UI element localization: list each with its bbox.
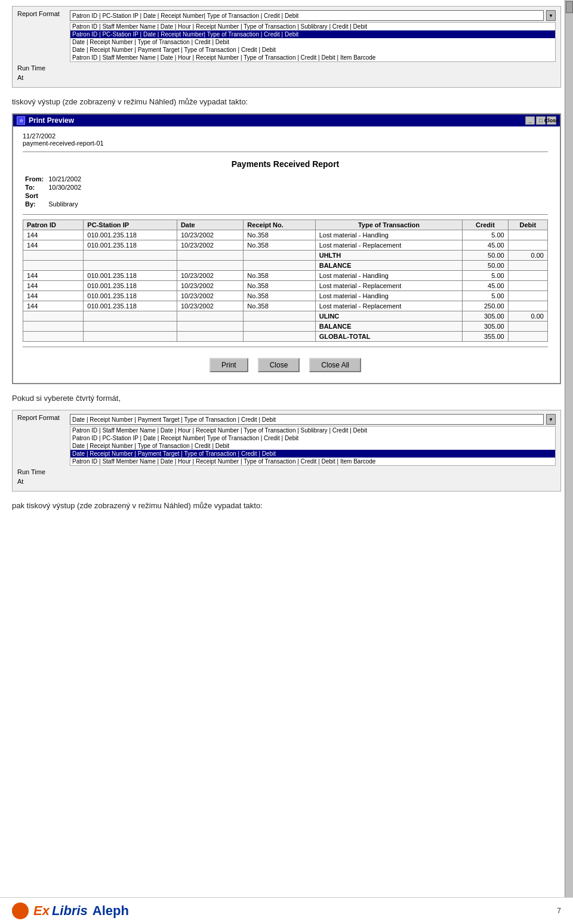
table-cell bbox=[244, 311, 315, 322]
table-cell bbox=[508, 281, 547, 291]
close-all-button[interactable]: Close All bbox=[309, 358, 361, 372]
table-cell: No.358 bbox=[244, 291, 315, 301]
table-cell: 5.00 bbox=[463, 291, 508, 301]
sort-row: Sort bbox=[23, 191, 84, 200]
close-window-button[interactable]: Close bbox=[547, 116, 556, 125]
preview-buttons: Print Close Close All bbox=[23, 352, 548, 377]
table-cell: Lost material - Handling bbox=[315, 291, 463, 301]
footer: ExLibris Aleph 7 bbox=[0, 897, 573, 924]
top-report-format-section: Report Format Patron ID | PC-Station IP … bbox=[12, 6, 561, 88]
bottom-option-row-2[interactable]: Patron ID | PC-Station IP | Date | Recei… bbox=[70, 434, 555, 442]
titlebar-left: ☆ Print Preview bbox=[17, 116, 74, 125]
option-row-3[interactable]: Date | Receipt Number | Type of Transact… bbox=[70, 38, 555, 46]
table-cell: No.358 bbox=[244, 240, 315, 251]
table-cell bbox=[177, 322, 243, 332]
table-cell: Lost material - Replacement bbox=[315, 281, 463, 291]
report-meta: 11/27/2002 payment-received-report-01 bbox=[23, 132, 548, 147]
bottom-option-row-1[interactable]: Patron ID | Staff Member Name | Date | H… bbox=[70, 427, 555, 434]
bottom-option-row-4[interactable]: Date | Receipt Number | Payment Target |… bbox=[70, 450, 555, 458]
table-cell: 010.001.235.118 bbox=[84, 281, 177, 291]
report-title: Payments Received Report bbox=[23, 159, 548, 169]
report-format-dropdown-container[interactable]: Patron ID | PC-Station IP | Date | Recei… bbox=[70, 10, 556, 21]
table-cell: 10/23/2002 bbox=[177, 291, 243, 301]
table-body: 144010.001.235.11810/23/2002No.358Lost m… bbox=[23, 230, 548, 342]
table-cell: Lost material - Replacement bbox=[315, 301, 463, 311]
table-cell: Lost material - Replacement bbox=[315, 240, 463, 251]
print-preview-window: ☆ Print Preview _ □ Close 11/27/2002 pay… bbox=[12, 113, 561, 384]
table-row: 144010.001.235.11810/23/2002No.358Lost m… bbox=[23, 271, 548, 281]
report-format-options-list: Patron ID | Staff Member Name | Date | H… bbox=[70, 22, 556, 62]
table-cell: 355.00 bbox=[463, 332, 508, 342]
divider-top bbox=[23, 152, 548, 152]
table-row: ULINC305.000.00 bbox=[23, 311, 548, 322]
print-preview-window-icon: ☆ bbox=[17, 116, 25, 125]
bottom-at-label: At bbox=[17, 478, 65, 485]
bottom-option-row-5[interactable]: Patron ID | Staff Member Name | Date | H… bbox=[70, 458, 555, 465]
table-cell: 010.001.235.118 bbox=[84, 271, 177, 281]
minimize-button[interactable]: _ bbox=[525, 116, 535, 125]
by-label: By: bbox=[23, 200, 46, 208]
run-time-row: Run Time bbox=[17, 64, 556, 72]
report-format-label: Report Format bbox=[17, 10, 65, 17]
logo-icon bbox=[12, 903, 29, 919]
col-patron-id: Patron ID bbox=[23, 220, 84, 230]
to-value: 10/30/2002 bbox=[46, 183, 84, 191]
table-cell bbox=[23, 311, 84, 322]
option-row-5[interactable]: Patron ID | Staff Member Name | Date | H… bbox=[70, 54, 555, 61]
table-cell: Lost material - Handling bbox=[315, 230, 463, 240]
table-row: 144010.001.235.11810/23/2002No.358Lost m… bbox=[23, 240, 548, 251]
table-row: BALANCE305.00 bbox=[23, 322, 548, 332]
bottom-option-row-3[interactable]: Date | Receipt Number | Type of Transact… bbox=[70, 442, 555, 450]
table-cell bbox=[244, 261, 315, 271]
footer-logo: ExLibris Aleph bbox=[12, 903, 129, 919]
table-cell: 144 bbox=[23, 271, 84, 281]
table-cell: 0.00 bbox=[508, 251, 547, 261]
table-cell: 144 bbox=[23, 240, 84, 251]
report-format-row: Report Format Patron ID | PC-Station IP … bbox=[17, 10, 556, 62]
scrollbar-thumb[interactable] bbox=[566, 1, 573, 13]
table-row: 144010.001.235.11810/23/2002No.358Lost m… bbox=[23, 281, 548, 291]
col-receipt: Receipt No. bbox=[244, 220, 315, 230]
option-row-2[interactable]: Patron ID | PC-Station IP | Date | Recei… bbox=[70, 30, 555, 38]
table-cell: No.358 bbox=[244, 301, 315, 311]
paragraph-1: tiskový výstup (zde zobrazený v režimu N… bbox=[12, 97, 561, 106]
bottom-report-format-dropdown[interactable]: Date | Receipt Number | Payment Target |… bbox=[70, 414, 544, 425]
sort-blank bbox=[46, 191, 84, 200]
bottom-report-format-row: Report Format Date | Receipt Number | Pa… bbox=[17, 414, 556, 466]
titlebar-buttons: _ □ Close bbox=[525, 116, 556, 125]
table-cell bbox=[84, 261, 177, 271]
report-format-arrow[interactable]: ▼ bbox=[546, 10, 556, 21]
table-cell: ULINC bbox=[315, 311, 463, 322]
bottom-report-format-dropdown-container[interactable]: Date | Receipt Number | Payment Target |… bbox=[70, 414, 556, 425]
bottom-at-row: At bbox=[17, 478, 556, 485]
print-button[interactable]: Print bbox=[210, 358, 248, 372]
bottom-run-time-row: Run Time bbox=[17, 468, 556, 475]
col-credit: Credit bbox=[463, 220, 508, 230]
bottom-report-format-arrow[interactable]: ▼ bbox=[546, 414, 556, 425]
table-cell: 50.00 bbox=[463, 251, 508, 261]
table-cell bbox=[23, 322, 84, 332]
table-cell: 10/23/2002 bbox=[177, 301, 243, 311]
table-cell: No.358 bbox=[244, 281, 315, 291]
table-cell: 5.00 bbox=[463, 230, 508, 240]
table-cell: 45.00 bbox=[463, 240, 508, 251]
scrollbar[interactable] bbox=[565, 0, 573, 924]
table-cell: 305.00 bbox=[463, 322, 508, 332]
run-time-label: Run Time bbox=[17, 64, 65, 72]
report-date: 11/27/2002 bbox=[23, 132, 548, 140]
option-row-1[interactable]: Patron ID | Staff Member Name | Date | H… bbox=[70, 23, 555, 30]
table-cell bbox=[508, 332, 547, 342]
table-cell: 305.00 bbox=[463, 311, 508, 322]
option-row-4[interactable]: Date | Receipt Number | Payment Target |… bbox=[70, 46, 555, 54]
data-table: Patron ID PC-Station IP Date Receipt No.… bbox=[23, 220, 548, 342]
report-format-dropdown[interactable]: Patron ID | PC-Station IP | Date | Recei… bbox=[70, 10, 544, 21]
table-cell bbox=[508, 322, 547, 332]
table-cell: 010.001.235.118 bbox=[84, 301, 177, 311]
table-cell: No.358 bbox=[244, 230, 315, 240]
table-cell: 10/23/2002 bbox=[177, 240, 243, 251]
table-cell: 144 bbox=[23, 291, 84, 301]
close-button[interactable]: Close bbox=[258, 358, 300, 372]
table-cell: 10/23/2002 bbox=[177, 230, 243, 240]
table-cell: 010.001.235.118 bbox=[84, 230, 177, 240]
table-cell: BALANCE bbox=[315, 322, 463, 332]
